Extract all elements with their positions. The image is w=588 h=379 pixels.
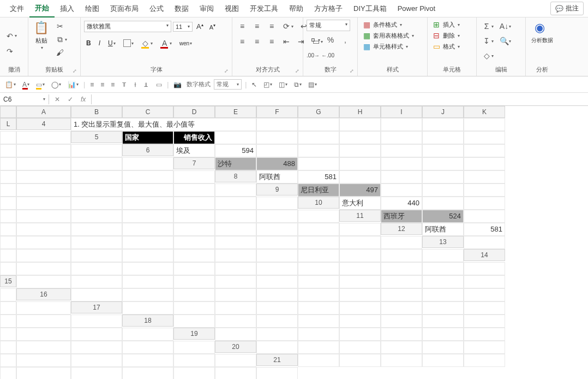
cell[interactable] [16,157,71,170]
cell[interactable] [0,183,16,197]
row-header[interactable]: 6 [122,144,173,156]
column-header[interactable]: F [256,106,298,118]
cell[interactable] [464,341,505,354]
cell[interactable] [0,157,16,170]
cell[interactable] [173,315,215,328]
table-format-button[interactable]: ▦套用表格格式▾ [361,31,415,40]
cell[interactable] [381,157,422,170]
cell[interactable]: 尼日利亚 [298,183,339,197]
sb-fill-color-button[interactable]: ▭▾ [34,80,46,90]
cell[interactable] [339,118,381,131]
cell[interactable] [256,249,298,262]
sort-filter-button[interactable]: A↓▾ [497,21,513,32]
cell[interactable] [381,315,422,328]
tab-data[interactable]: 数据 [169,1,194,17]
phonetic-button[interactable]: wen▾ [177,39,194,48]
cell[interactable] [71,341,122,354]
cell[interactable]: 1. 突出显示重复值、最大值、最小值等 [71,118,256,131]
increase-size-button[interactable]: A▴ [194,21,206,32]
cell[interactable] [256,223,298,236]
sb-align-right-button[interactable]: ≡ [109,80,116,90]
cell[interactable] [298,301,339,315]
cell[interactable] [71,315,122,328]
cell[interactable] [381,236,422,249]
cell[interactable] [0,131,16,144]
tab-powerpivot[interactable]: Power Pivot [392,1,441,16]
cell[interactable] [422,354,464,367]
cell[interactable] [298,341,339,354]
cell[interactable] [464,301,505,315]
row-header[interactable]: 17 [71,301,122,313]
row-header[interactable]: 5 [71,131,122,143]
cell[interactable]: 阿联酋 [422,223,464,236]
cell[interactable] [339,249,381,262]
comma-button[interactable]: , [339,34,352,45]
underline-button[interactable]: U▾ [106,38,118,48]
cell[interactable] [256,275,298,288]
cell[interactable] [173,367,215,379]
cell[interactable] [422,183,464,197]
row-header[interactable]: 11 [339,210,381,222]
tab-insert[interactable]: 插入 [55,1,80,17]
cell[interactable] [16,275,71,288]
cell[interactable] [298,210,339,223]
cell[interactable] [422,275,464,288]
cell[interactable] [381,183,422,197]
cell[interactable] [339,328,381,341]
cell[interactable] [16,367,71,379]
clipboard-launcher-icon[interactable]: ⤢ [73,68,77,74]
cell[interactable] [16,197,71,210]
cell[interactable] [422,341,464,354]
cell[interactable] [464,275,505,288]
sb-font-color-button[interactable]: A▾ [21,80,31,90]
cell[interactable] [256,131,298,144]
column-header[interactable]: I [381,106,422,118]
cell[interactable] [381,118,422,131]
cell[interactable] [464,210,505,223]
cell[interactable] [422,262,464,275]
cell[interactable] [0,367,16,379]
cell[interactable] [339,275,381,288]
cell[interactable]: 488 [256,157,298,170]
row-header[interactable]: 8 [215,170,256,182]
cell[interactable] [173,301,215,315]
cell[interactable] [256,210,298,223]
cell[interactable] [71,210,122,223]
cell[interactable] [16,210,71,223]
cell[interactable] [381,249,422,262]
cell[interactable] [422,157,464,170]
row-header[interactable]: 19 [173,328,215,340]
sb-numfmt-select[interactable]: 常规▾ [214,79,242,90]
cell[interactable]: 581 [464,223,505,236]
cell[interactable] [173,262,215,275]
cell[interactable] [122,301,173,315]
cell[interactable] [215,354,256,367]
cell[interactable] [215,367,256,379]
cell[interactable] [71,262,122,275]
analyze-data-button[interactable]: ◉ 分析数据 [529,20,555,45]
cell[interactable] [16,354,71,367]
cell[interactable] [16,315,71,328]
cell[interactable] [298,157,339,170]
cell[interactable] [0,223,16,236]
cell[interactable] [173,170,215,183]
tab-developer[interactable]: 开发工具 [244,1,284,17]
sb-shape-button[interactable]: ◯▾ [50,80,63,90]
cell[interactable] [0,328,16,341]
cell[interactable] [339,131,381,144]
cell[interactable] [122,170,173,183]
sb-align-left-button[interactable]: ≡ [88,80,95,90]
tab-review[interactable]: 审阅 [194,1,219,17]
cell[interactable] [0,210,16,223]
align-top-button[interactable]: ≡ [236,21,249,32]
cell[interactable] [173,183,215,197]
column-header[interactable]: D [173,106,215,118]
row-header[interactable]: 12 [381,223,422,235]
cell[interactable] [215,236,256,249]
cell[interactable] [122,354,173,367]
format-painter-button[interactable]: 🖌 [53,47,69,58]
tab-diy[interactable]: DIY工具箱 [348,1,392,17]
row-header[interactable]: 14 [464,249,505,261]
cell[interactable] [464,288,505,301]
cell[interactable] [16,223,71,236]
